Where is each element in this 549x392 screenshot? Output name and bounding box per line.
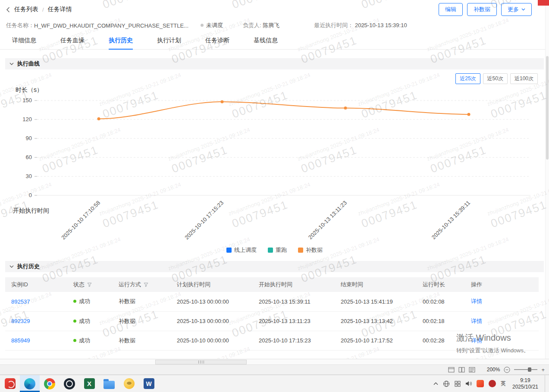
zoom-slider[interactable] xyxy=(514,369,537,370)
zoom-in-icon[interactable]: + xyxy=(541,367,545,373)
collapse-chevron-icon xyxy=(9,63,14,65)
taskbar-icon-chrome[interactable] xyxy=(40,375,60,392)
view-reading-icon[interactable] xyxy=(469,367,475,373)
taskbar-icon-folder[interactable] xyxy=(99,375,119,392)
tab-lineage[interactable]: 任务血缘 xyxy=(60,32,85,49)
breadcrumb-task-list[interactable]: 任务列表 xyxy=(14,6,38,13)
edge-browser-icon xyxy=(24,378,35,389)
zoom-level[interactable]: 200% xyxy=(487,367,500,373)
curve-section-header[interactable]: 执行曲线 xyxy=(5,58,544,69)
zoom-out-icon[interactable] xyxy=(504,367,510,373)
backfill-button[interactable]: 补数据 xyxy=(467,3,497,16)
header-actions: 编辑 补数据 更多 xyxy=(439,3,532,16)
legend-rerun[interactable]: 重跑 xyxy=(268,246,287,254)
tray-expand-icon[interactable] xyxy=(433,382,438,385)
data-point[interactable] xyxy=(344,107,347,110)
task-view-grid-icon[interactable] xyxy=(455,381,461,387)
tab-baseline[interactable]: 基线信息 xyxy=(254,32,278,49)
vertical-scrollbar[interactable] xyxy=(545,0,549,359)
show-desktop-button[interactable] xyxy=(545,375,547,392)
owner-info: 负责人: 陈腾飞 xyxy=(243,22,279,29)
history-section-header[interactable]: 执行历史 xyxy=(5,261,544,272)
network-globe-icon[interactable] xyxy=(443,380,450,387)
more-button[interactable]: 更多 xyxy=(501,3,532,16)
taskbar-icon-excel[interactable] xyxy=(79,375,99,392)
legend-label-rerun: 重跑 xyxy=(276,246,287,254)
back-icon[interactable] xyxy=(6,7,10,13)
view-normal-icon[interactable] xyxy=(448,367,455,373)
horizontal-scrollbar-thumb[interactable] xyxy=(155,360,247,364)
dark-app-icon xyxy=(64,378,75,389)
owner-value: 陈腾飞 xyxy=(263,22,279,28)
legend-label-backfill: 补数据 xyxy=(306,246,323,254)
col-actions: 操作 xyxy=(467,277,539,292)
task-name-value: H_WF_DWD_HKAUDIT_COMPANY_PURCHASE_SETTLE… xyxy=(34,22,188,29)
legend-online-schedule[interactable]: 线上调度 xyxy=(226,246,257,254)
folder-icon xyxy=(104,381,115,389)
schedule-status-text: 未调度 xyxy=(206,22,223,28)
instance-id-link[interactable]: 892537 xyxy=(11,298,30,305)
start-time-text: 2025-10-10 17:15:23 xyxy=(259,337,311,344)
data-point[interactable] xyxy=(97,117,100,120)
detail-link[interactable]: 详情 xyxy=(471,298,482,304)
instance-id-link[interactable]: 885949 xyxy=(11,337,30,344)
breadcrumb-bar: 任务列表 / 任务详情 编辑 补数据 更多 xyxy=(0,0,549,19)
data-point[interactable] xyxy=(467,113,471,116)
start-time-text: 2025-10-13 15:39:11 xyxy=(259,298,311,305)
yellow-app-icon xyxy=(124,378,135,389)
horizontal-scrollbar[interactable] xyxy=(0,359,549,365)
volume-icon[interactable] xyxy=(465,381,472,386)
legend-label-online: 线上调度 xyxy=(234,246,257,254)
svg-text:30: 30 xyxy=(26,173,32,179)
detail-link[interactable]: 详情 xyxy=(471,318,482,324)
owner-label: 负责人: xyxy=(243,22,261,28)
clock-date: 2025/10/21 xyxy=(512,384,538,390)
breadcrumb-task-detail: 任务详情 xyxy=(48,6,72,13)
legend-backfill[interactable]: 补数据 xyxy=(298,246,323,254)
schedule-status-dot xyxy=(201,24,204,27)
vertical-scrollbar-thumb[interactable] xyxy=(546,56,549,160)
status-filter-icon[interactable] xyxy=(87,282,92,287)
last-exec-info: 最近执行时间： 2025-10-13 15:39:10 xyxy=(314,22,407,29)
screen: 任务列表 / 任务详情 编辑 补数据 更多 任务名称： H_WF_DWD_HKA… xyxy=(0,0,549,392)
instance-id-link[interactable]: 892329 xyxy=(11,318,30,324)
status-text: 成功 xyxy=(79,298,90,304)
taskbar-icon-edge[interactable] xyxy=(20,375,40,392)
status-success-dot xyxy=(73,339,76,342)
zoom-slider-thumb[interactable] xyxy=(528,367,531,372)
run-mode-text: 补数据 xyxy=(119,298,135,304)
svg-text:90: 90 xyxy=(26,135,32,141)
legend-swatch-backfill xyxy=(298,248,303,253)
run-mode-filter-icon[interactable] xyxy=(144,282,148,287)
range-last-50[interactable]: 近50次 xyxy=(483,73,508,84)
col-status: 状态 xyxy=(70,277,115,292)
tab-detail-info[interactable]: 详细信息 xyxy=(12,32,36,49)
col-duration: 运行时长 xyxy=(419,277,467,292)
taskbar-icon-dark-app[interactable] xyxy=(60,375,79,392)
tab-exec-history[interactable]: 执行历史 xyxy=(109,32,133,49)
taskbar-clock[interactable]: 9:19 2025/10/21 xyxy=(511,377,540,390)
data-point[interactable] xyxy=(221,100,224,103)
tab-exec-plan[interactable]: 执行计划 xyxy=(157,32,181,49)
end-time-text: 2025-10-13 13:13:42 xyxy=(341,318,393,324)
ime-indicator[interactable]: 英 xyxy=(501,380,506,387)
range-last-25[interactable]: 近25次 xyxy=(455,73,480,84)
y-axis-title: 时长（s） xyxy=(16,86,43,93)
taskbar-icon-yellow-app[interactable] xyxy=(119,375,139,392)
word-icon xyxy=(144,378,154,389)
tab-diagnosis[interactable]: 任务诊断 xyxy=(205,32,229,49)
tray-app-icon-darkred[interactable] xyxy=(489,380,496,387)
status-success-dot xyxy=(73,300,76,303)
taskbar-icon-red-app[interactable] xyxy=(0,375,20,392)
edit-button[interactable]: 编辑 xyxy=(439,3,463,16)
scrollbar-grip xyxy=(204,361,204,364)
range-last-100[interactable]: 近100次 xyxy=(510,73,538,84)
collapse-chevron-icon xyxy=(9,265,14,268)
col-run-mode-label: 运行方式 xyxy=(119,281,141,289)
svg-text:60: 60 xyxy=(26,154,32,160)
view-layout-icon[interactable] xyxy=(458,367,465,373)
taskbar-icon-word[interactable] xyxy=(139,375,159,392)
tray-app-icon-red[interactable] xyxy=(477,380,484,387)
svg-text:150: 150 xyxy=(22,97,32,103)
activation-line-1: 激活 Windows xyxy=(456,332,529,344)
